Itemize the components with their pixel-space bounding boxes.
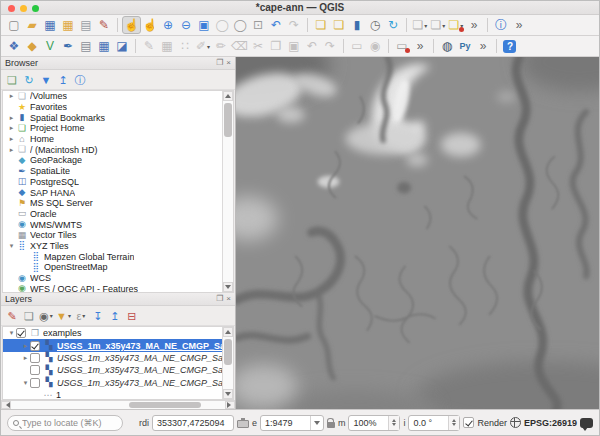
filter-expression-button[interactable]: ε▾ xyxy=(73,308,89,324)
pan-to-selection-button[interactable]: ☝ xyxy=(141,16,159,34)
save-project-button[interactable]: ▦ xyxy=(41,16,59,34)
label-overflow-button[interactable]: » xyxy=(411,37,429,55)
new-3d-map-view-button[interactable]: ❏ xyxy=(330,16,348,34)
zoom-native-button[interactable]: ⊡ xyxy=(249,16,267,34)
browser-item-sap-hana[interactable]: ◆SAP HANA xyxy=(3,187,222,198)
selection-overflow-button[interactable]: » xyxy=(465,16,483,34)
browser-item-spatial-bookmarks[interactable]: ▸▮Spatial Bookmarks xyxy=(3,112,222,123)
new-map-view-button[interactable]: ❏ xyxy=(312,16,330,34)
new-virtual-layer-button[interactable]: ▤ xyxy=(77,37,95,55)
zoom-last-button[interactable]: ↶ xyxy=(267,16,285,34)
browser-refresh-button[interactable]: ↻ xyxy=(21,72,37,88)
attributes-overflow-button[interactable]: » xyxy=(510,16,528,34)
layer-visibility-checkbox[interactable] xyxy=(30,341,40,351)
scrollbar-thumb[interactable] xyxy=(129,402,201,408)
label-toolbar-button[interactable]: ▭ xyxy=(348,37,366,55)
browser-item-macintosh-hd[interactable]: ▸❏/ (Macintosh HD) xyxy=(3,144,222,155)
layer-visibility-checkbox[interactable] xyxy=(30,365,40,375)
browser-item-spatialite[interactable]: ✒SpatiaLite xyxy=(3,166,222,177)
layers-vertical-scrollbar[interactable] xyxy=(222,327,233,399)
titlebar[interactable]: *cape-ann — QGIS xyxy=(1,1,599,15)
digitize-button[interactable]: ∷ xyxy=(176,37,194,55)
new-project-button[interactable]: ▢ xyxy=(5,16,23,34)
map-canvas[interactable] xyxy=(236,57,599,409)
stepper-icons[interactable] xyxy=(388,416,399,430)
extents-toggle-icon[interactable] xyxy=(237,420,249,428)
redo-button[interactable]: ↷ xyxy=(321,37,339,55)
magnifier-spinbox[interactable]: 100% xyxy=(348,415,400,431)
expander-icon[interactable]: ▸ xyxy=(7,135,16,143)
expander-icon[interactable]: ▸ xyxy=(21,342,30,350)
help-button[interactable]: ? xyxy=(501,37,519,55)
layer-usgs-4[interactable]: ▾▚USGS_1m_x35y473_MA_NE_CMGP_Sandy xyxy=(3,377,222,389)
lock-scale-icon[interactable] xyxy=(327,422,335,428)
zoom-next-button[interactable]: ↷ xyxy=(285,16,303,34)
new-print-layout-button[interactable]: ▤ xyxy=(77,16,95,34)
browser-item-vector-tiles[interactable]: ▦Vector Tiles xyxy=(3,230,222,241)
new-shapefile-button[interactable]: V xyxy=(41,37,59,55)
layer-usgs-3[interactable]: ▚USGS_1m_x35y473_MA_NE_CMGP_Sandy xyxy=(3,364,222,376)
browser-item-geopackage[interactable]: ◆GeoPackage xyxy=(3,155,222,166)
dropdown-caret-icon[interactable]: ▾ xyxy=(442,22,445,29)
map-themes-button[interactable]: ◉▾ xyxy=(38,308,54,324)
browser-item-home[interactable]: ▸⌂Home xyxy=(3,134,222,145)
expander-icon[interactable]: ▸ xyxy=(21,354,30,362)
new-geopackage-button[interactable]: ◆ xyxy=(23,37,41,55)
cut-features-button[interactable]: ✂ xyxy=(249,37,267,55)
crs-status[interactable]: EPSG:26919 xyxy=(524,418,577,428)
expander-icon[interactable]: ▸ xyxy=(7,124,16,132)
add-group-button[interactable]: ❏ xyxy=(21,308,37,324)
copy-features-button[interactable]: ❐ xyxy=(267,37,285,55)
layers-close-icon[interactable]: × xyxy=(226,295,231,303)
toggle-editing-button[interactable]: ✎ xyxy=(140,37,158,55)
dropdown-caret-icon[interactable]: ▾ xyxy=(50,312,53,319)
browser-item-mapzen-global-terrain[interactable]: ⣿Mapzen Global Terrain xyxy=(3,251,222,262)
browser-properties-button[interactable]: ⓘ xyxy=(72,72,88,88)
data-source-manager-button[interactable]: ❖ xyxy=(5,37,23,55)
scroll-up-icon[interactable] xyxy=(223,327,233,337)
open-project-button[interactable]: ▰ xyxy=(23,16,41,34)
scale-combobox[interactable]: 1:9479 xyxy=(260,415,324,431)
browser-collapse-all-button[interactable]: ↥ xyxy=(55,72,71,88)
zoom-out-button[interactable]: ⊖ xyxy=(177,16,195,34)
new-spatialite-button[interactable]: ✒ xyxy=(59,37,77,55)
delete-selected-button[interactable]: ⌫ xyxy=(230,37,249,55)
dropdown-caret-icon[interactable]: ▾ xyxy=(82,312,85,319)
select-features-button[interactable]: ❏▾ xyxy=(411,16,429,34)
scroll-down-icon[interactable] xyxy=(223,389,233,399)
browser-item-postgresql[interactable]: ◫PostgreSQL xyxy=(3,177,222,188)
collapse-all-layers-button[interactable]: ↥ xyxy=(107,308,123,324)
layer-usgs-2[interactable]: ▸▚USGS_1m_x35y473_MA_NE_CMGP_Sandy xyxy=(3,352,222,364)
coordinate-input[interactable]: 353307,4725094 xyxy=(152,415,234,431)
browser-item-openstreetmap[interactable]: ⣿OpenStreetMap xyxy=(3,262,222,273)
render-checkbox[interactable] xyxy=(463,417,474,428)
browser-close-icon[interactable]: × xyxy=(226,59,231,67)
style-manager-button[interactable]: ✎ xyxy=(95,16,113,34)
identify-features-button[interactable]: ⓘ xyxy=(492,16,510,34)
spatial-bookmarks-button[interactable]: ▮ xyxy=(348,16,366,34)
scroll-down-icon[interactable] xyxy=(223,282,233,292)
zoom-full-button[interactable]: ▣ xyxy=(195,16,213,34)
python-console-button[interactable]: Py xyxy=(456,37,474,55)
vertex-tool-button[interactable]: ✏ xyxy=(212,37,230,55)
zoom-to-selection-button[interactable]: ◯ xyxy=(213,16,231,34)
browser-item-wms-wmts[interactable]: ◉WMS/WMTS xyxy=(3,219,222,230)
browser-item-xyz-tiles[interactable]: ▾⣿XYZ Tiles xyxy=(3,241,222,252)
plugins-overflow-button[interactable]: » xyxy=(474,37,492,55)
scroll-up-icon[interactable] xyxy=(223,91,233,101)
scroll-right-icon[interactable] xyxy=(225,401,235,409)
scrollbar-thumb[interactable] xyxy=(224,339,232,365)
crs-globe-icon[interactable] xyxy=(510,417,521,428)
browser-item-wcs[interactable]: ◉WCS xyxy=(3,273,222,284)
browser-item-oracle[interactable]: ▭Oracle xyxy=(3,209,222,220)
paste-features-button[interactable]: ▣ xyxy=(285,37,303,55)
layers-float-icon[interactable]: ❐ xyxy=(216,295,223,303)
expander-icon[interactable]: ▸ xyxy=(7,146,16,154)
deselect-all-button[interactable]: ❏▾ xyxy=(447,16,465,34)
scrollbar-thumb[interactable] xyxy=(224,103,232,137)
dropdown-caret-icon[interactable]: ▾ xyxy=(424,22,427,29)
dropdown-caret-icon[interactable]: ▾ xyxy=(68,312,71,319)
browser-filter-button[interactable]: ▼ xyxy=(38,72,54,88)
layer-visibility-checkbox[interactable] xyxy=(30,353,40,363)
add-feature-button[interactable]: ✐▾ xyxy=(194,37,212,55)
